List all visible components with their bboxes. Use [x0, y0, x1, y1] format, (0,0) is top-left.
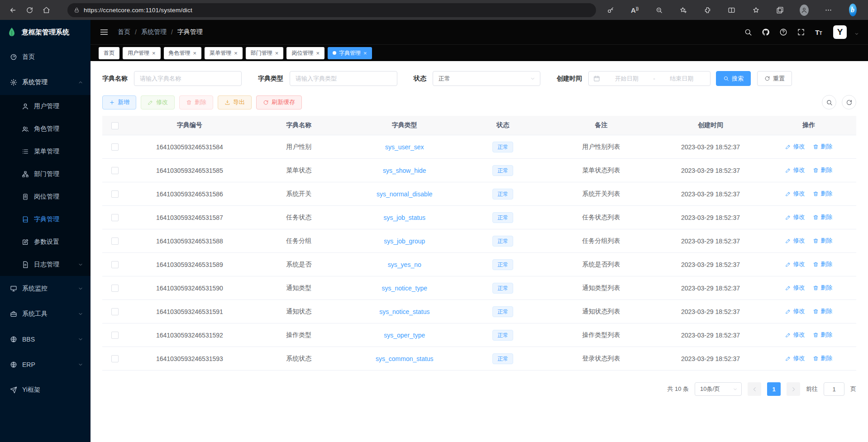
current-page[interactable]: 1 [767, 382, 781, 396]
tab-close-icon[interactable]: × [316, 50, 320, 56]
dict-type-link[interactable]: sys_yes_no [388, 261, 421, 268]
row-edit-link[interactable]: 修改 [785, 284, 805, 292]
dict-type-link[interactable]: sys_show_hide [383, 167, 426, 174]
row-checkbox[interactable] [111, 143, 119, 151]
goto-page-input[interactable] [824, 382, 844, 396]
more-options-button[interactable] [821, 3, 836, 17]
sidebar-item-dept-management[interactable]: 部门管理 [0, 163, 91, 185]
tab-menu-management[interactable]: 菜单管理 × [205, 47, 243, 59]
dict-type-input[interactable] [290, 71, 397, 86]
chevron-down-icon[interactable] [854, 32, 859, 36]
status-select[interactable]: 正常 [433, 71, 540, 86]
font-size-button[interactable]: TT [814, 27, 824, 37]
export-button[interactable]: 导出 [218, 95, 252, 109]
tab-close-icon[interactable]: × [234, 50, 238, 56]
sidebar-item-dict-management[interactable]: 字典管理 [0, 208, 91, 231]
row-delete-link[interactable]: 删除 [813, 190, 832, 198]
search-button[interactable] [743, 27, 753, 37]
dict-type-link[interactable]: sys_normal_disable [377, 190, 433, 198]
row-edit-link[interactable]: 修改 [785, 307, 805, 315]
dict-type-link[interactable]: sys_notice_type [382, 285, 427, 292]
row-delete-link[interactable]: 删除 [813, 354, 832, 362]
fullscreen-button[interactable] [796, 27, 806, 37]
tab-role-management[interactable]: 角色管理 × [164, 47, 202, 59]
breadcrumb-item[interactable]: 首页 [118, 28, 130, 36]
sidebar-item-post-management[interactable]: 岗位管理 [0, 185, 91, 208]
profile-button[interactable] [797, 3, 811, 17]
tab-close-icon[interactable]: × [152, 50, 156, 56]
dict-type-link[interactable]: sys_job_status [383, 214, 425, 221]
read-aloud-button[interactable]: A)) [628, 3, 642, 17]
breadcrumb-item[interactable]: 系统管理 [141, 28, 167, 36]
browser-home-button[interactable] [39, 3, 53, 17]
row-delete-link[interactable]: 删除 [813, 260, 832, 268]
row-delete-link[interactable]: 删除 [813, 237, 832, 245]
delete-button[interactable]: 删除 [179, 95, 213, 109]
zoom-out-button[interactable] [652, 3, 666, 17]
favorites-add-button[interactable] [676, 3, 691, 17]
tab-user-management[interactable]: 用户管理 × [123, 47, 161, 59]
dict-name-input[interactable] [134, 71, 242, 86]
dict-type-link[interactable]: sys_oper_type [384, 332, 425, 339]
sidebar-item-home[interactable]: 首页 [0, 44, 91, 70]
row-edit-link[interactable]: 修改 [785, 237, 805, 245]
hamburger-icon[interactable] [100, 28, 109, 37]
tab-home[interactable]: 首页 [99, 47, 119, 59]
sidebar-item-role-management[interactable]: 角色管理 [0, 118, 91, 140]
dict-type-link[interactable]: sys_notice_status [379, 308, 429, 315]
row-delete-link[interactable]: 删除 [813, 284, 832, 292]
row-checkbox[interactable] [111, 238, 119, 245]
extensions-button[interactable] [700, 3, 715, 17]
row-delete-link[interactable]: 删除 [813, 331, 832, 339]
app-logo[interactable]: 意框架管理系统 [0, 20, 91, 44]
bing-button[interactable]: b [845, 3, 860, 17]
user-avatar[interactable]: Y [833, 25, 847, 39]
key-button[interactable] [603, 3, 618, 17]
end-date-placeholder[interactable]: 结束日期 [658, 75, 706, 83]
sidebar-item-erp[interactable]: ERP [0, 352, 91, 377]
dict-type-link[interactable]: sys_common_status [376, 355, 434, 362]
dict-type-link[interactable]: sys_job_group [384, 238, 425, 245]
row-checkbox[interactable] [111, 261, 119, 268]
browser-refresh-button[interactable] [22, 3, 37, 17]
tab-close-icon[interactable]: × [193, 50, 197, 56]
refresh-cache-button[interactable]: 刷新缓存 [256, 95, 302, 109]
sidebar-item-user-management[interactable]: 用户管理 [0, 95, 91, 118]
reset-button[interactable]: 重置 [757, 71, 792, 86]
help-button[interactable] [778, 27, 788, 37]
search-button[interactable]: 搜索 [716, 71, 751, 86]
sidebar-item-param-settings[interactable]: 参数设置 [0, 231, 91, 253]
row-checkbox[interactable] [111, 308, 119, 315]
edit-button[interactable]: 修改 [141, 95, 175, 109]
sidebar-item-system-tools[interactable]: 系统工具 [0, 301, 91, 327]
row-edit-link[interactable]: 修改 [785, 354, 805, 362]
row-checkbox[interactable] [111, 332, 119, 339]
row-edit-link[interactable]: 修改 [785, 166, 805, 174]
add-button[interactable]: 新增 [102, 95, 136, 109]
sidebar-item-menu-management[interactable]: 菜单管理 [0, 140, 91, 163]
tab-dict-management[interactable]: 字典管理 × [328, 47, 372, 59]
page-size-select[interactable]: 10条/页 [695, 382, 742, 396]
sidebar-item-yi-framework[interactable]: Yi框架 [0, 377, 91, 403]
row-delete-link[interactable]: 删除 [813, 143, 832, 151]
date-range-picker[interactable]: 开始日期 - 结束日期 [588, 71, 711, 86]
sidebar-item-log-management[interactable]: 日志管理 [0, 253, 91, 276]
row-edit-link[interactable]: 修改 [785, 143, 805, 151]
row-edit-link[interactable]: 修改 [785, 213, 805, 221]
collections-button[interactable] [773, 3, 787, 17]
row-checkbox[interactable] [111, 190, 119, 198]
row-delete-link[interactable]: 删除 [813, 307, 832, 315]
row-checkbox[interactable] [111, 355, 119, 362]
start-date-placeholder[interactable]: 开始日期 [603, 75, 650, 83]
row-delete-link[interactable]: 删除 [813, 166, 832, 174]
split-screen-button[interactable] [725, 3, 739, 17]
browser-address-bar[interactable]: https://ccnetcore.com:1101/system/dict [67, 3, 596, 17]
dict-type-link[interactable]: sys_user_sex [385, 143, 424, 151]
browser-back-button[interactable] [5, 3, 20, 17]
tab-close-icon[interactable]: × [363, 50, 367, 56]
favorites-button[interactable] [749, 3, 763, 17]
refresh-table-button[interactable] [842, 95, 856, 109]
row-checkbox[interactable] [111, 285, 119, 292]
sidebar-item-bbs[interactable]: BBS [0, 327, 91, 352]
prev-page-button[interactable] [748, 382, 761, 396]
